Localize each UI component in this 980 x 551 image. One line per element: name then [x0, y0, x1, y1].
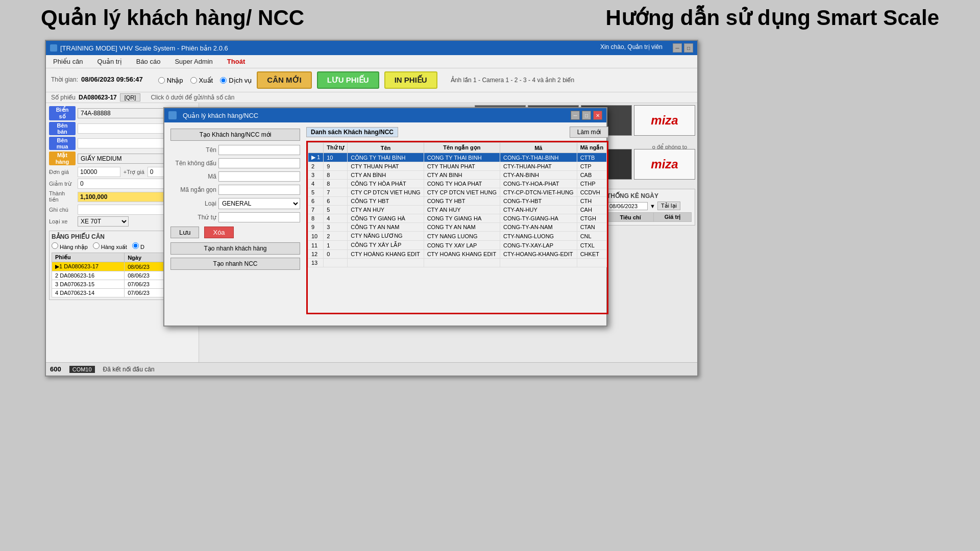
tao-nhanh-kh-button[interactable]: Tạo nhanh khách hàng: [170, 242, 300, 255]
customer-table-row[interactable]: 5 7 CTY CP DTCN VIET HUNG CTY CP DTCN VI…: [308, 188, 607, 197]
customer-table-row[interactable]: 11 1 CÔNG TY XÂY LẮP CONG TY XAY LAP CON…: [308, 241, 607, 250]
radio-dich-vu[interactable]: Dịch vụ: [220, 77, 252, 84]
dialog-minimize-button[interactable]: ─: [571, 111, 580, 120]
list-header: Danh sách Khách hàng/NCC Làm mới: [306, 127, 608, 138]
miza-logo-2: miza: [651, 157, 678, 171]
tao-khach-hang-button[interactable]: Tạo Khách hàng/NCC mới: [170, 129, 300, 141]
tao-nhanh-ncc-button[interactable]: Tạo nhanh NCC: [170, 258, 300, 270]
giam-tru-label: Giảm trừ: [49, 181, 76, 187]
loai-xe-select[interactable]: XE 70T: [78, 216, 129, 227]
ten-khong-dau-input[interactable]: CONG TY TNHH CHAU BUI: [218, 158, 300, 168]
ma-ngan-cell: CAB: [577, 171, 607, 180]
customer-table-row[interactable]: 9 3 CÔNG TY AN NAM CONG TY AN NAM CONG-T…: [308, 223, 607, 232]
thu-tu-cell: 9: [324, 162, 348, 171]
ma-ngan-cell: CTP: [577, 162, 607, 171]
status-bar: 600 COM10 Đã kết nối đầu cân: [46, 362, 697, 375]
col-ten-ngan: Tên ngắn gọn: [424, 143, 500, 153]
ma-cell: CONG-TY-THAI-BINH: [500, 153, 577, 162]
lam-moi-button[interactable]: Làm mới: [570, 127, 608, 138]
xoa-button[interactable]: Xóa: [204, 227, 233, 238]
luu-button[interactable]: Lưu: [170, 227, 199, 238]
radio-nhap[interactable]: Nhập: [158, 77, 183, 84]
tai-lai-button[interactable]: Tải lại: [657, 202, 680, 210]
customer-table-row[interactable]: 8 4 CÔNG TY GIANG HÀ CONG TY GIANG HA CO…: [308, 214, 607, 223]
menu-thoat[interactable]: Thoát: [224, 57, 248, 66]
stt-cell: 3: [308, 171, 324, 180]
col-ten: Tên: [348, 143, 424, 153]
dialog-maximize-button[interactable]: □: [582, 111, 591, 120]
ma-cell: CONG-TY-XAY-LAP: [500, 241, 577, 250]
thu-tu-cell: 0: [324, 250, 348, 259]
menu-super-admin[interactable]: Super Admin: [172, 57, 215, 66]
thu-tu-cell: 4: [324, 214, 348, 223]
ngay-cell: 08/06/23: [125, 262, 166, 271]
radio-hang-xuat[interactable]: Hàng xuất: [93, 242, 127, 251]
thu-tu-cell: 7: [324, 188, 348, 197]
thu-tu-cell: 8: [324, 180, 348, 188]
stt-cell: 2: [308, 162, 324, 171]
radio-d[interactable]: D: [132, 242, 144, 251]
ma-cell: CTY-THUAN-PHAT: [500, 162, 577, 171]
stt-cell: 11: [308, 241, 324, 250]
stt-cell: ▶ 1: [308, 153, 324, 162]
customer-table-row[interactable]: 10 2 CTY NĂNG LƯƠNG CTY NANG LUONG CTY-N…: [308, 232, 607, 241]
radio-hang-nhap[interactable]: Hàng nhập: [52, 242, 88, 251]
customer-table-row[interactable]: 2 9 CTY THUAN PHAT CTY THUAN PHAT CTY-TH…: [308, 162, 607, 171]
ma-cell: CTY-AN-BINH: [500, 171, 577, 180]
ten-cell: CTY THUAN PHAT: [348, 162, 424, 171]
phieu-cell: 2 DA080623-16: [52, 271, 125, 280]
form-buttons: Lưu Xóa: [170, 227, 300, 238]
radio-xuat[interactable]: Xuất: [190, 77, 213, 84]
ten-cell: CTY AN HUY: [348, 206, 424, 214]
minimize-button[interactable]: ─: [673, 43, 682, 53]
customer-table-row[interactable]: 7 5 CTY AN HUY CTY AN HUY CTY-AN-HUY CAH: [308, 206, 607, 214]
luu-phieu-button[interactable]: LƯU PHIẾU: [317, 71, 379, 89]
menu-quan-tri[interactable]: Quản trị: [94, 57, 125, 66]
customer-table-row[interactable]: 3 8 CTY AN BÌNH CTY AN BINH CTY-AN-BINH …: [308, 171, 607, 180]
customer-dialog: Quản lý khách hàng/NCC ─ □ ✕ Tạo Khách h…: [163, 107, 607, 327]
thoi-gian-value: 08/06/2023 09:56:47: [81, 76, 143, 83]
in-phieu-button[interactable]: IN PHIẾU: [384, 71, 437, 89]
menu-phieu-can[interactable]: Phiếu cân: [50, 57, 86, 66]
stats-date-input[interactable]: [607, 202, 648, 210]
mat-hang-label: Mặt hàng: [49, 152, 76, 165]
customer-table-row[interactable]: 4 8 CÔNG TY HÒA PHÁT CONG TY HOA PHAT CO…: [308, 180, 607, 188]
customer-table-row[interactable]: 12 0 CTY HOÀNG KHANG EDIT CTY HOANG KHAN…: [308, 250, 607, 259]
stats-date-row: ▼ Tải lại: [607, 202, 692, 210]
ma-ngan-gon-field-row: Mã ngắn gọn CTTCB: [170, 185, 300, 195]
ma-ngan-cell: CTAN: [577, 223, 607, 232]
customer-table-row[interactable]: 13: [308, 259, 607, 267]
ten-cell: CÔNG TY XÂY LẮP: [348, 241, 424, 250]
ten-input[interactable]: CÔNG TY TNHH CHÂU BÙI: [218, 145, 300, 155]
thu-tu-cell: [324, 259, 348, 267]
customer-table-row[interactable]: 6 6 CÔNG TY HBT CONG TY HBT CONG-TY-HBT …: [308, 197, 607, 206]
ma-ngan-cell: CTGH: [577, 214, 607, 223]
stt-cell: 13: [308, 259, 324, 267]
ma-input[interactable]: CONG-TY-TNHH-CHAU-BUI: [218, 171, 300, 182]
customer-table-row[interactable]: ▶ 1 10 CÔNG TY THÁI BÌNH CONG TY THAI BI…: [308, 153, 607, 162]
thu-tu-input[interactable]: 11: [218, 212, 300, 222]
ten-ngan-cell: CTY THUAN PHAT: [424, 162, 500, 171]
thu-tu-cell: 10: [324, 153, 348, 162]
dialog-close-button[interactable]: ✕: [593, 111, 602, 120]
page-header-left: Quản lý khách hàng/ NCC: [41, 5, 304, 30]
don-gia-input[interactable]: [78, 167, 120, 177]
greeting-label: Xin chào, Quản trị viên: [600, 43, 663, 53]
thu-tu-cell: 5: [324, 206, 348, 214]
ma-ngan-gon-input[interactable]: CTTCB: [218, 185, 300, 195]
maximize-button[interactable]: □: [684, 43, 693, 53]
ngay-cell: 07/06/23: [125, 280, 166, 289]
qr-button[interactable]: [QR]: [120, 93, 141, 102]
thu-tu-cell: 2: [324, 232, 348, 241]
can-moi-button[interactable]: CÂN MỚI: [257, 71, 311, 89]
col-ma: Mã: [500, 143, 577, 153]
loai-select[interactable]: GENERAL: [218, 198, 300, 209]
ten-cell: CÔNG TY HÒA PHÁT: [348, 180, 424, 188]
stt-cell: 8: [308, 214, 324, 223]
so-phieu-label: Số phiếu: [51, 94, 76, 101]
ma-ngan-cell: CTTB: [577, 153, 607, 162]
thanh-tien-label: Thành tiền: [49, 190, 76, 203]
menu-bao-cao[interactable]: Báo cáo: [133, 57, 164, 66]
ten-cell: CTY AN BÌNH: [348, 171, 424, 180]
don-gia-label: Đơn giá: [49, 169, 76, 176]
